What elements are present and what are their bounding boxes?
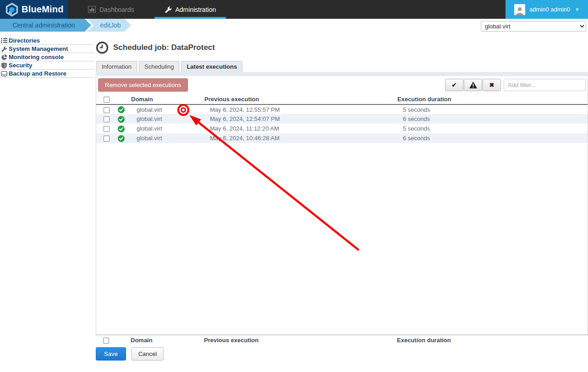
wrench-icon (0, 45, 7, 52)
sidebar: Directories System Management Monitoring… (0, 37, 94, 78)
list-icon (0, 37, 7, 44)
shield-icon (0, 62, 7, 69)
page-title: Scheduled job: DataProtect (113, 43, 215, 52)
bluemind-hexagon-icon (5, 3, 18, 16)
sidebar-item-system-management[interactable]: System Management (0, 45, 94, 53)
cell-previous-execution: May 6, 2024, 11:12:20 AM (204, 124, 397, 133)
row-checkbox[interactable] (104, 136, 110, 142)
executions-footer-row: Domain Previous execution Execution dura… (96, 335, 588, 345)
success-check-icon: ✔ (452, 82, 457, 88)
drive-icon (0, 70, 7, 77)
add-filter-input[interactable] (504, 79, 586, 91)
nav-tab-label: Dashboards (99, 6, 134, 13)
nav-tab-label: Administration (176, 6, 216, 13)
bar-chart-icon (88, 6, 96, 13)
select-all-checkbox[interactable] (104, 97, 110, 103)
filter-error-button[interactable]: ✖ (483, 79, 501, 91)
cell-previous-execution: May 6, 2024, 10:46:28 AM (204, 133, 397, 143)
column-header-execution-duration: Execution duration (397, 94, 588, 104)
filter-group: ✔ ✖ (445, 79, 586, 91)
cell-execution-duration: 5 seconds (397, 104, 588, 114)
wrench-icon (165, 6, 172, 13)
column-header-previous-execution: Previous execution (204, 94, 397, 104)
chevron-down-icon: ▼ (575, 7, 579, 12)
error-cross-icon: ✖ (489, 82, 495, 88)
execution-row[interactable]: global.virt May 6, 2024, 12:54:07 PM 6 s… (96, 114, 588, 124)
save-button[interactable]: Save (96, 347, 126, 361)
tab-label: Information (102, 63, 132, 70)
select-all-checkbox-footer[interactable] (103, 338, 109, 344)
executions-toolbar: Remove selected executions ✔ ✖ (96, 76, 588, 94)
column-header-domain: Domain (131, 94, 204, 104)
cell-previous-execution: May 6, 2024, 12:55:57 PM (204, 104, 397, 114)
tab-strip-band (96, 72, 588, 76)
tab-label: Latest executions (187, 63, 237, 70)
execution-row[interactable]: global.virt May 6, 2024, 12:55:57 PM 5 s… (96, 104, 588, 114)
top-navigation: BlueMind Dashboards Administration (0, 0, 588, 19)
tab-latest-executions[interactable]: Latest executions (181, 61, 242, 72)
footer-column-domain: Domain (131, 335, 204, 345)
form-actions: Save Cancel (96, 347, 588, 361)
tab-information[interactable]: Information (96, 61, 137, 72)
bluemind-logo[interactable]: BlueMind (0, 0, 68, 19)
cell-previous-execution: May 6, 2024, 12:54:07 PM (204, 114, 397, 124)
sidebar-item-label: Backup and Restore (9, 70, 66, 77)
footer-column-execution-duration: Execution duration (397, 335, 588, 345)
tab-bar: Information Scheduling Latest executions (96, 61, 588, 72)
cell-domain: global.virt (131, 114, 204, 124)
sidebar-item-directories[interactable]: Directories (0, 37, 94, 45)
brand-name: BlueMind (22, 4, 64, 15)
cell-domain: global.virt (131, 124, 204, 133)
sidebar-item-security[interactable]: Security (0, 61, 94, 70)
execution-row[interactable]: global.virt May 6, 2024, 10:46:28 AM 6 s… (96, 133, 588, 143)
success-status-icon (118, 135, 125, 142)
main-content: Scheduled job: DataProtect Information S… (96, 40, 588, 361)
sidebar-item-backup-and-restore[interactable]: Backup and Restore (0, 70, 94, 78)
sidebar-item-label: System Management (9, 45, 68, 52)
breadcrumb-item-central-administration[interactable]: Central administration (0, 19, 91, 32)
clock-icon (96, 41, 109, 54)
table-empty-area (96, 143, 588, 334)
executions-footer-header: Domain Previous execution Execution dura… (96, 335, 588, 345)
breadcrumb-label: Central administration (12, 22, 75, 29)
success-status-icon (118, 116, 125, 123)
breadcrumb: Central administration editJob global.vi… (0, 19, 588, 32)
warning-triangle-icon (469, 82, 477, 88)
pie-chart-icon (0, 54, 7, 60)
avatar-icon (514, 4, 525, 15)
breadcrumb-label: editJob (100, 22, 121, 29)
executions-table: Domain Previous execution Execution dura… (96, 94, 588, 143)
sidebar-item-label: Directories (9, 37, 40, 44)
success-status-icon (118, 106, 125, 113)
user-name: admin0 admin0 (529, 6, 570, 13)
sidebar-item-label: Security (9, 62, 32, 69)
domain-select[interactable]: global.virt (481, 21, 586, 32)
remove-selected-executions-button[interactable]: Remove selected executions (98, 78, 188, 92)
row-checkbox[interactable] (104, 116, 110, 122)
cell-execution-duration: 6 seconds (397, 133, 588, 143)
success-status-icon (118, 126, 125, 132)
execution-row[interactable]: global.virt May 6, 2024, 11:12:20 AM 5 s… (96, 124, 588, 133)
page-title-row: Scheduled job: DataProtect (96, 40, 588, 55)
nav-tab-dashboards[interactable]: Dashboards (78, 0, 144, 19)
sidebar-item-monitoring-console[interactable]: Monitoring console (0, 53, 94, 61)
executions-panel: Remove selected executions ✔ ✖ (96, 76, 588, 335)
executions-header-row: Domain Previous execution Execution dura… (96, 94, 588, 104)
cell-execution-duration: 5 seconds (397, 124, 588, 133)
tab-scheduling[interactable]: Scheduling (139, 61, 179, 72)
tab-label: Scheduling (144, 63, 174, 70)
cell-domain: global.virt (131, 133, 204, 143)
row-checkbox[interactable] (104, 126, 110, 132)
cancel-button[interactable]: Cancel (132, 347, 164, 361)
row-checkbox[interactable] (104, 107, 110, 113)
user-menu[interactable]: admin0 admin0 ▼ (506, 0, 588, 19)
filter-success-button[interactable]: ✔ (445, 79, 463, 91)
nav-tab-administration[interactable]: Administration (154, 0, 226, 19)
cell-execution-duration: 6 seconds (397, 114, 588, 124)
cell-domain: global.virt (131, 104, 204, 114)
filter-warning-button[interactable] (464, 79, 482, 91)
breadcrumb-item-editjob[interactable]: editJob (87, 19, 131, 32)
footer-column-previous-execution: Previous execution (204, 335, 397, 345)
sidebar-item-label: Monitoring console (9, 54, 64, 60)
